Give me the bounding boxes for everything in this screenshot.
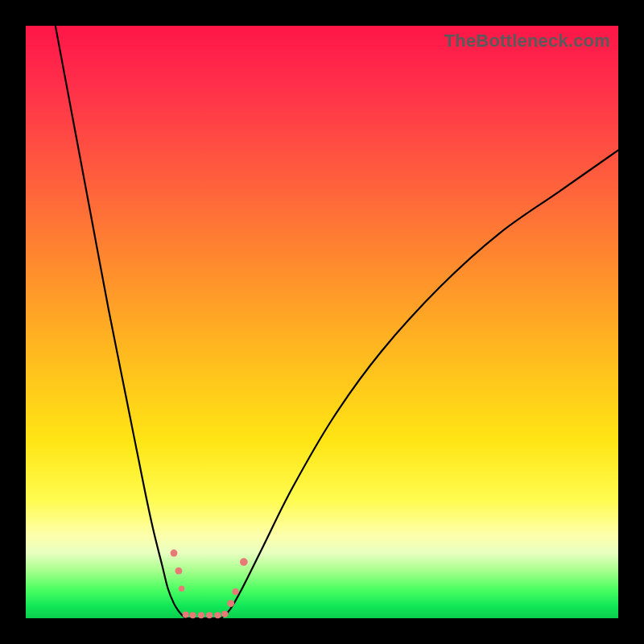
plot-area: TheBottleneck.com: [26, 26, 618, 618]
data-marker: [240, 558, 248, 566]
curve-layer: [26, 26, 618, 618]
data-marker: [190, 612, 196, 618]
data-marker: [206, 612, 213, 618]
data-marker: [171, 550, 178, 557]
data-marker: [183, 612, 189, 618]
curve-left-arm: [56, 26, 186, 618]
data-marker: [221, 611, 228, 617]
curve-right-arm: [221, 151, 618, 618]
marker-group: [171, 550, 248, 619]
data-marker: [179, 586, 184, 592]
chart-frame: TheBottleneck.com: [0, 0, 644, 644]
data-marker: [198, 612, 204, 618]
data-marker: [227, 600, 234, 607]
data-marker: [214, 612, 221, 618]
data-marker: [175, 568, 182, 575]
data-marker: [232, 588, 238, 595]
